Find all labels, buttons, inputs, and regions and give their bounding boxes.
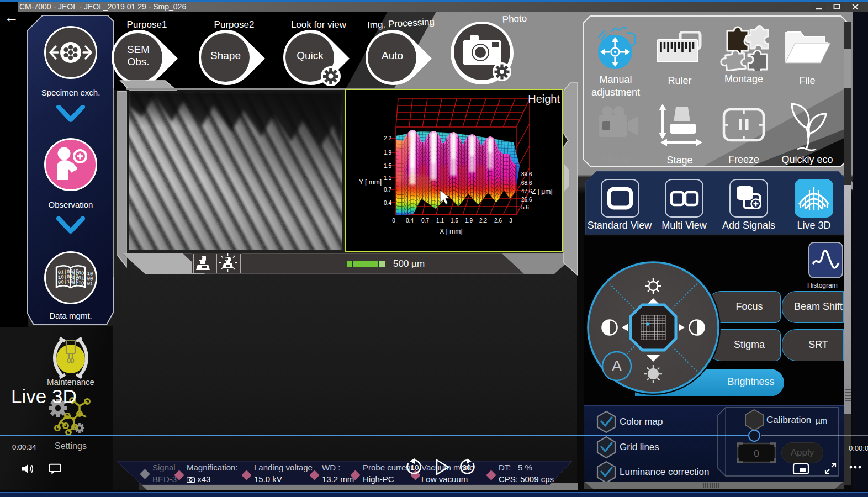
svg-text:0.7: 0.7 (421, 218, 429, 224)
svg-text:0.7: 0.7 (384, 187, 391, 193)
svg-text:2.6: 2.6 (494, 218, 502, 224)
svg-text:0: 0 (392, 218, 395, 224)
svg-text:0.4: 0.4 (384, 200, 391, 206)
svg-text:47.6: 47.6 (521, 188, 532, 194)
svg-text:Height: Height (528, 93, 560, 105)
svg-text:1.1: 1.1 (384, 175, 391, 181)
svg-text:1.1: 1.1 (436, 218, 444, 224)
svg-text:3: 3 (509, 218, 512, 224)
svg-text:0: 0 (754, 448, 759, 459)
svg-text:68.6: 68.6 (521, 180, 532, 186)
svg-text:1.5: 1.5 (451, 218, 458, 224)
svg-text:1.9: 1.9 (384, 150, 391, 156)
svg-text:1.9: 1.9 (465, 218, 473, 224)
svg-text:2.2: 2.2 (479, 218, 487, 224)
svg-text:89.6: 89.6 (521, 171, 532, 177)
svg-text:26.6: 26.6 (521, 197, 532, 203)
svg-text:5.6: 5.6 (521, 204, 529, 210)
svg-text:Z [ μm]: Z [ μm] (532, 188, 553, 195)
svg-text:1.5: 1.5 (384, 163, 391, 169)
svg-text:X [ mm]: X [ mm] (440, 228, 462, 235)
svg-text:2.2: 2.2 (384, 135, 391, 141)
svg-text:Y [ mm]: Y [ mm] (359, 178, 382, 186)
svg-text:A: A (612, 358, 622, 374)
svg-text:30: 30 (462, 463, 470, 472)
svg-text:10: 10 (410, 463, 419, 472)
svg-text:0.4: 0.4 (406, 218, 414, 224)
